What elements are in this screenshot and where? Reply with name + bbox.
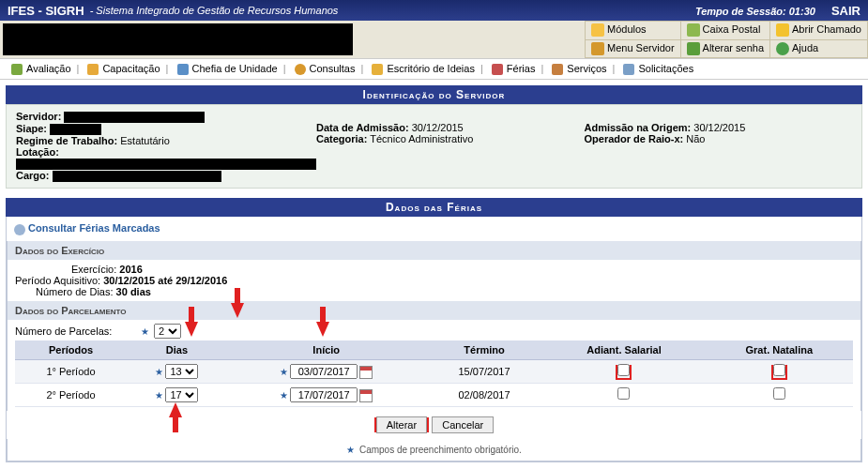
search-icon xyxy=(14,224,25,235)
numero-dias-label: Número de Dias: xyxy=(36,286,114,297)
menu-escritorio[interactable]: Escritório de Ideias xyxy=(370,63,477,74)
chefia-icon xyxy=(177,64,189,75)
col-dias: Dias xyxy=(127,340,227,360)
calendar-icon[interactable] xyxy=(359,366,373,379)
dados-exercicio-header: Dados do Exercício xyxy=(7,241,861,260)
menu-solicitacoes[interactable]: Solicitações xyxy=(621,63,695,74)
consultar-ferias-link[interactable]: Consultar Férias Marcadas xyxy=(14,222,160,234)
capacitacao-icon xyxy=(87,64,99,75)
inicio-input-1[interactable] xyxy=(290,364,358,379)
grat-checkbox-2[interactable] xyxy=(773,387,785,400)
col-termino: Término xyxy=(426,340,543,360)
grat-checkbox-1[interactable] xyxy=(773,364,785,376)
highlight-alterar: Alterar xyxy=(374,417,429,432)
regime-value: Estatutário xyxy=(120,135,170,146)
categoria-value: Técnico Administrativo xyxy=(370,133,473,144)
required-footnote: ★ Campos de preenchimento obrigatório. xyxy=(7,439,861,461)
col-grat: Grat. Natalina xyxy=(706,340,853,360)
adiant-checkbox-2[interactable] xyxy=(617,387,630,400)
admissao-origem-label: Admissão na Origem: xyxy=(585,122,692,133)
numero-parcelas-select[interactable]: 2 xyxy=(154,324,181,339)
exercicio-value: 2016 xyxy=(119,264,142,275)
header-row: Módulos Caixa Postal Abrir Chamado Menu … xyxy=(0,21,868,58)
menu-servicos[interactable]: Serviços xyxy=(550,63,608,74)
dias-select-2[interactable]: 17 xyxy=(165,387,198,402)
link-modulos[interactable]: Módulos xyxy=(586,22,681,40)
termino-cell: 02/08/2017 xyxy=(426,383,543,406)
lotacao-label: Lotação: xyxy=(16,146,59,158)
dados-parcelamento-header: Dados do Parcelamento xyxy=(7,301,861,320)
identificacao-box: Servidor: Siape: Regime de Trabalho: Est… xyxy=(6,104,862,189)
exercicio-label: Exercício: xyxy=(71,264,116,275)
servicos-icon xyxy=(552,64,563,75)
periodo-aquisitivo-label: Período Aquisitivo: xyxy=(15,275,100,286)
adiant-checkbox-1[interactable] xyxy=(617,364,630,376)
menu-icon xyxy=(591,42,604,55)
raiox-value: Não xyxy=(686,133,705,144)
modules-icon xyxy=(591,23,604,37)
highlight-adiant-1 xyxy=(616,365,632,380)
servidor-val-redacted xyxy=(64,112,205,123)
numero-parcelas-label: Número de Parcelas: xyxy=(15,325,112,337)
alterar-button[interactable]: Alterar xyxy=(376,416,427,433)
cargo-val-redacted xyxy=(53,171,221,182)
link-caixa-postal[interactable]: Caixa Postal xyxy=(680,22,769,40)
session-time: Tempo de Sessão: 01:30 xyxy=(695,6,815,17)
mailbox-icon xyxy=(687,23,700,37)
menu-consultas[interactable]: Consultas xyxy=(293,63,358,74)
raiox-label: Operador de Raio-x: xyxy=(585,133,684,144)
link-abrir-chamado[interactable]: Abrir Chamado xyxy=(770,22,868,40)
data-admissao-label: Data de Admissão: xyxy=(316,122,409,133)
calendar-icon[interactable] xyxy=(359,389,373,402)
password-icon xyxy=(687,42,700,55)
avaliacao-icon xyxy=(11,64,23,75)
identificacao-header: Identificação do Servidor xyxy=(6,85,862,104)
inicio-input-2[interactable] xyxy=(290,387,358,402)
col-periodos: Períodos xyxy=(15,340,127,360)
termino-cell: 15/07/2017 xyxy=(426,359,543,383)
table-row: 1° Período ★13 ★ 15/07/2017 xyxy=(15,359,853,383)
categoria-label: Categoria: xyxy=(316,133,367,144)
ticket-icon xyxy=(776,23,789,37)
dias-select-1[interactable]: 13 xyxy=(165,364,198,379)
lotacao-val-redacted xyxy=(16,159,316,170)
highlight-arrow-dias-up xyxy=(169,402,182,417)
highlight-arrow-dias xyxy=(185,322,198,337)
highlight-arrow-parcelas xyxy=(231,303,244,318)
menu-avaliacao[interactable]: Avaliação xyxy=(9,63,73,74)
col-adiant: Adiant. Salarial xyxy=(542,340,705,360)
required-star: ★ xyxy=(141,326,149,337)
module-links: Módulos Caixa Postal Abrir Chamado Menu … xyxy=(585,21,868,58)
highlight-grat-1 xyxy=(771,365,787,380)
highlight-arrow-inicio xyxy=(316,322,329,337)
cancelar-button[interactable]: Cancelar xyxy=(432,416,494,433)
link-menu-servidor[interactable]: Menu Servidor xyxy=(586,39,681,58)
menu-chefia[interactable]: Chefia de Unidade xyxy=(175,63,280,74)
link-ajuda[interactable]: Ajuda xyxy=(770,39,868,58)
consultas-icon xyxy=(295,64,306,75)
system-name: IFES - SIGRH xyxy=(8,4,84,18)
help-icon xyxy=(776,42,789,55)
top-bar: IFES - SIGRH - Sistema Integrado de Gest… xyxy=(0,0,868,21)
cargo-label: Cargo: xyxy=(16,170,49,181)
link-alterar-senha[interactable]: Alterar senha xyxy=(680,39,769,58)
data-admissao-value: 30/12/2015 xyxy=(412,122,464,133)
menu-bar: Avaliação| Capacitação| Chefia de Unidad… xyxy=(0,58,868,80)
menu-capacitacao[interactable]: Capacitação xyxy=(85,63,161,74)
ferias-icon xyxy=(492,64,503,75)
siape-label: Siape: xyxy=(16,123,47,134)
logout-link[interactable]: SAIR xyxy=(831,4,860,18)
dados-ferias-header: Dados das Férias xyxy=(6,198,862,217)
periodo-aquisitivo-value: 30/12/2015 até 29/12/2016 xyxy=(103,275,227,286)
col-inicio: Início xyxy=(227,340,426,360)
servidor-label: Servidor: xyxy=(16,111,61,122)
siape-val-redacted xyxy=(50,124,101,135)
escritorio-icon xyxy=(372,64,383,75)
menu-ferias[interactable]: Férias xyxy=(490,63,538,74)
admissao-origem-value: 30/12/2015 xyxy=(693,122,745,133)
periodo-cell: 2° Período xyxy=(15,383,127,406)
periodo-cell: 1° Período xyxy=(15,359,127,383)
solicitacoes-icon xyxy=(623,64,634,75)
numero-dias-value: 30 dias xyxy=(116,286,151,297)
table-row: 2° Período ★17 ★ 02/08/2017 xyxy=(15,383,853,406)
